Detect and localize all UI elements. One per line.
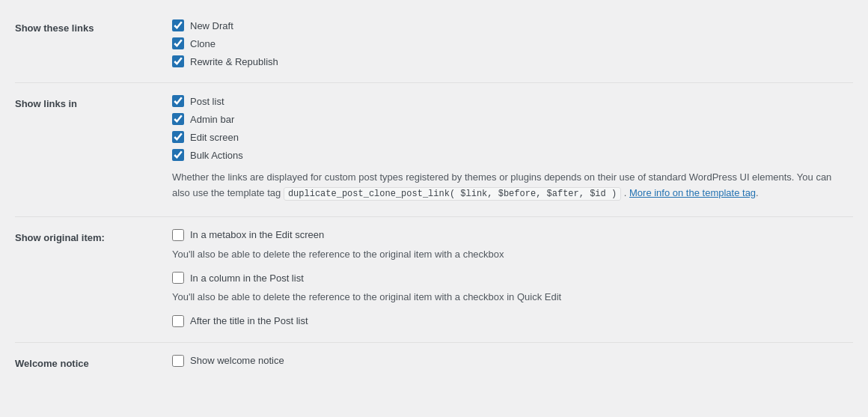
checkbox-group-chk-column-post-list: In a column in the Post listYou'll also … bbox=[172, 272, 846, 305]
checkbox-row-chk-clone: Clone bbox=[172, 37, 846, 49]
section-content-welcome-notice: Show welcome notice bbox=[165, 342, 853, 384]
section-label-welcome-notice: Welcome notice bbox=[15, 342, 165, 384]
checkbox-row-chk-rewrite-republish: Rewrite & Republish bbox=[172, 55, 846, 67]
settings-row-show-these-links: Show these linksNew DraftCloneRewrite & … bbox=[15, 7, 853, 83]
checkbox-label-chk-clone[interactable]: Clone bbox=[190, 38, 216, 49]
checkbox-row-chk-new-draft: New Draft bbox=[172, 19, 846, 31]
settings-table: Show these linksNew DraftCloneRewrite & … bbox=[15, 7, 853, 384]
more-info-link-show-links-in[interactable]: More info on the template tag bbox=[629, 187, 756, 198]
section-content-show-original-item: In a metabox in the Edit screenYou'll al… bbox=[165, 216, 853, 342]
section-label-show-these-links: Show these links bbox=[15, 7, 165, 83]
checkbox-group-chk-metabox: In a metabox in the Edit screenYou'll al… bbox=[172, 229, 846, 262]
checkbox-row-chk-edit-screen: Edit screen bbox=[172, 131, 846, 143]
checkbox-chk-rewrite-republish[interactable] bbox=[172, 55, 184, 67]
checkbox-label-chk-admin-bar[interactable]: Admin bar bbox=[190, 114, 234, 125]
checkbox-chk-bulk-actions[interactable] bbox=[172, 149, 184, 161]
settings-row-welcome-notice: Welcome noticeShow welcome notice bbox=[15, 342, 853, 384]
checkbox-chk-clone[interactable] bbox=[172, 37, 184, 49]
checkbox-label-chk-metabox[interactable]: In a metabox in the Edit screen bbox=[190, 229, 324, 240]
checkbox-row-chk-after-title: After the title in the Post list bbox=[172, 315, 846, 327]
checkbox-group-chk-after-title: After the title in the Post list bbox=[172, 315, 846, 327]
checkbox-row-chk-bulk-actions: Bulk Actions bbox=[172, 149, 846, 161]
checkbox-label-chk-bulk-actions[interactable]: Bulk Actions bbox=[190, 150, 243, 161]
sub-description-chk-metabox: You'll also be able to delete the refere… bbox=[172, 247, 733, 262]
section-label-show-original-item: Show original item: bbox=[15, 216, 165, 342]
checkbox-row-chk-show-welcome: Show welcome notice bbox=[172, 355, 846, 367]
checkbox-label-chk-rewrite-republish[interactable]: Rewrite & Republish bbox=[190, 56, 278, 67]
checkbox-label-chk-new-draft[interactable]: New Draft bbox=[190, 20, 233, 31]
section-content-show-these-links: New DraftCloneRewrite & Republish bbox=[165, 7, 853, 83]
inline-code-show-links-in: duplicate_post_clone_post_link( $link, $… bbox=[284, 187, 621, 201]
checkbox-row-chk-metabox: In a metabox in the Edit screen bbox=[172, 229, 846, 241]
settings-row-show-links-in: Show links inPost listAdmin barEdit scre… bbox=[15, 83, 853, 217]
checkbox-chk-column-post-list[interactable] bbox=[172, 272, 184, 284]
checkbox-label-chk-column-post-list[interactable]: In a column in the Post list bbox=[190, 273, 304, 284]
sub-description-chk-column-post-list: You'll also be able to delete the refere… bbox=[172, 290, 733, 305]
checkbox-row-chk-column-post-list: In a column in the Post list bbox=[172, 272, 846, 284]
checkbox-row-chk-admin-bar: Admin bar bbox=[172, 113, 846, 125]
section-content-show-links-in: Post listAdmin barEdit screenBulk Action… bbox=[165, 83, 853, 217]
section-label-show-links-in: Show links in bbox=[15, 83, 165, 217]
section-description-show-links-in: Whether the links are displayed for cust… bbox=[172, 170, 846, 201]
checkbox-label-chk-edit-screen[interactable]: Edit screen bbox=[190, 132, 239, 143]
checkbox-chk-show-welcome[interactable] bbox=[172, 355, 184, 367]
checkbox-label-chk-post-list[interactable]: Post list bbox=[190, 96, 224, 107]
checkbox-row-chk-post-list: Post list bbox=[172, 95, 846, 107]
checkbox-chk-after-title[interactable] bbox=[172, 315, 184, 327]
checkbox-chk-post-list[interactable] bbox=[172, 95, 184, 107]
checkbox-chk-admin-bar[interactable] bbox=[172, 113, 184, 125]
checkbox-chk-metabox[interactable] bbox=[172, 229, 184, 241]
settings-row-show-original-item: Show original item:In a metabox in the E… bbox=[15, 216, 853, 342]
checkbox-chk-edit-screen[interactable] bbox=[172, 131, 184, 143]
checkbox-chk-new-draft[interactable] bbox=[172, 19, 184, 31]
checkbox-label-chk-show-welcome[interactable]: Show welcome notice bbox=[190, 355, 284, 366]
checkbox-label-chk-after-title[interactable]: After the title in the Post list bbox=[190, 315, 308, 326]
